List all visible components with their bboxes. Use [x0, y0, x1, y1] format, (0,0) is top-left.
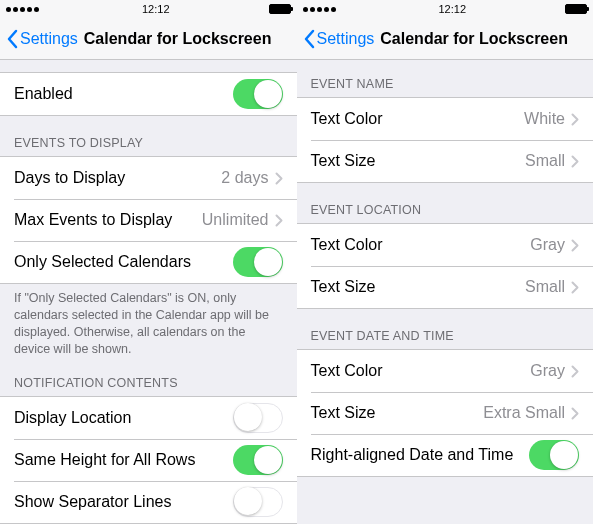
display-location-row[interactable]: Display Location [0, 397, 297, 439]
max-events-label: Max Events to Display [14, 211, 202, 229]
days-to-display-value: 2 days [221, 169, 268, 187]
text-size-label: Text Size [311, 278, 525, 296]
text-color-label: Text Color [311, 362, 531, 380]
text-size-value: Small [525, 152, 565, 170]
battery-icon [565, 4, 587, 14]
status-time: 12:12 [438, 3, 466, 15]
section-event-location: EVENT LOCATION [297, 183, 594, 223]
chevron-right-icon [571, 113, 579, 126]
section-event-date-time: EVENT DATE AND TIME [297, 309, 594, 349]
text-color-value: White [524, 110, 565, 128]
phone-left: 12:12 Settings Calendar for Lockscreen E… [0, 0, 297, 524]
separator-lines-switch[interactable] [233, 487, 283, 517]
text-color-label: Text Color [311, 110, 525, 128]
text-size-value: Extra Small [483, 404, 565, 422]
text-size-label: Text Size [311, 152, 525, 170]
nav-bar: Settings Calendar for Lockscreen [0, 18, 297, 60]
text-color-value: Gray [530, 362, 565, 380]
display-location-switch[interactable] [233, 403, 283, 433]
only-selected-footer: If "Only Selected Calendars" is ON, only… [0, 284, 297, 366]
event-dt-text-size-row[interactable]: Text Size Extra Small [297, 392, 594, 434]
chevron-right-icon [571, 365, 579, 378]
status-time: 12:12 [142, 3, 170, 15]
max-events-value: Unlimited [202, 211, 269, 229]
signal-icon [6, 7, 39, 12]
page-title: Calendar for Lockscreen [84, 30, 272, 48]
event-name-text-color-row[interactable]: Text Color White [297, 98, 594, 140]
status-bar: 12:12 [0, 0, 297, 18]
section-notification-contents: NOTIFICATION CONTENTS [0, 366, 297, 396]
chevron-right-icon [571, 155, 579, 168]
same-height-switch[interactable] [233, 445, 283, 475]
only-selected-switch[interactable] [233, 247, 283, 277]
text-color-label: Text Color [311, 236, 531, 254]
settings-content: Enabled EVENTS TO DISPLAY Days to Displa… [0, 60, 297, 524]
page-title: Calendar for Lockscreen [380, 30, 568, 48]
event-location-text-color-row[interactable]: Text Color Gray [297, 224, 594, 266]
chevron-right-icon [275, 172, 283, 185]
chevron-right-icon [571, 281, 579, 294]
right-aligned-dt-row[interactable]: Right-aligned Date and Time [297, 434, 594, 476]
separator-lines-row[interactable]: Show Separator Lines [0, 481, 297, 523]
days-to-display-label: Days to Display [14, 169, 221, 187]
display-location-label: Display Location [14, 409, 233, 427]
back-button[interactable]: Settings [317, 30, 375, 48]
max-events-row[interactable]: Max Events to Display Unlimited [0, 199, 297, 241]
section-event-name: EVENT NAME [297, 57, 594, 97]
event-dt-text-color-row[interactable]: Text Color Gray [297, 350, 594, 392]
only-selected-label: Only Selected Calendars [14, 253, 233, 271]
event-location-text-size-row[interactable]: Text Size Small [297, 266, 594, 308]
right-aligned-label: Right-aligned Date and Time [311, 446, 530, 464]
text-size-value: Small [525, 278, 565, 296]
section-events-to-display: EVENTS TO DISPLAY [0, 116, 297, 156]
same-height-row[interactable]: Same Height for All Rows [0, 439, 297, 481]
same-height-label: Same Height for All Rows [14, 451, 233, 469]
chevron-right-icon [275, 214, 283, 227]
days-to-display-row[interactable]: Days to Display 2 days [0, 157, 297, 199]
event-name-text-size-row[interactable]: Text Size Small [297, 140, 594, 182]
back-button[interactable]: Settings [20, 30, 78, 48]
chevron-right-icon [571, 239, 579, 252]
right-aligned-switch[interactable] [529, 440, 579, 470]
signal-icon [303, 7, 336, 12]
text-color-value: Gray [530, 236, 565, 254]
nav-bar: Settings Calendar for Lockscreen [297, 18, 594, 60]
back-chevron-icon[interactable] [303, 29, 315, 49]
settings-content: EVENT NAME Text Color White Text Size Sm… [297, 57, 594, 524]
back-chevron-icon[interactable] [6, 29, 18, 49]
phone-right: 12:12 Settings Calendar for Lockscreen E… [297, 0, 594, 524]
battery-icon [269, 4, 291, 14]
enabled-switch[interactable] [233, 79, 283, 109]
chevron-right-icon [571, 407, 579, 420]
separator-lines-label: Show Separator Lines [14, 493, 233, 511]
status-bar: 12:12 [297, 0, 594, 18]
enabled-label: Enabled [14, 85, 233, 103]
enabled-row[interactable]: Enabled [0, 73, 297, 115]
text-size-label: Text Size [311, 404, 484, 422]
only-selected-calendars-row[interactable]: Only Selected Calendars [0, 241, 297, 283]
